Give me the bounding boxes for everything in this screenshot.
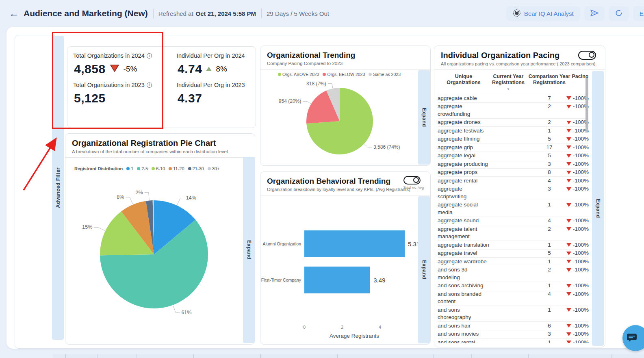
- comparison-year-cell: 2: [527, 119, 572, 127]
- pacing-cell: -100%: [572, 338, 589, 343]
- legend-item[interactable]: 30+: [208, 166, 220, 171]
- kpi-value: 4,858: [74, 62, 106, 76]
- total-vs-avg-toggle[interactable]: [403, 176, 421, 184]
- comparison-year-cell: 5: [527, 250, 572, 258]
- behavioral-expand-strip[interactable]: Expand: [418, 196, 430, 343]
- comparison-year-cell: 1: [527, 241, 572, 249]
- kpi-item: Individual Per Org in 20234.37: [177, 82, 258, 107]
- table-row: and sons movies3-100%: [438, 330, 589, 339]
- legend-item[interactable]: 6-10: [152, 166, 165, 171]
- registration-panel-title: Organizational Registration Pie Chart: [65, 134, 255, 148]
- table-row: aggregate crowdfunding2-100%: [438, 103, 589, 119]
- legend-dot: [188, 167, 191, 170]
- pie-data-label: 318 (7%): [306, 81, 326, 87]
- pacing-toggle[interactable]: [578, 51, 596, 60]
- current-year-cell: [490, 241, 527, 241]
- table-row: and sons branded content4-100%: [438, 290, 589, 306]
- ai-analyst-label: Bear IQ AI Analyst: [524, 10, 574, 17]
- pacing-table: Unique OrganizationsCurrent Year Registr…: [438, 71, 589, 343]
- column-header-label: Comparison Year Registrations: [529, 74, 570, 85]
- kpi-value-row: 5,125: [74, 91, 177, 105]
- pacing-down-icon: [566, 105, 571, 108]
- table-row: and sons archiving1-100%: [438, 282, 589, 291]
- pie-data-label: 2%: [136, 190, 143, 195]
- legend-item[interactable]: 11-20: [169, 166, 184, 171]
- bar-1[interactable]: [304, 230, 405, 257]
- pacing-down-icon: [566, 154, 571, 158]
- expand-label: Expand: [595, 199, 601, 218]
- org-name-cell: aggregate filming: [438, 135, 490, 143]
- current-year-cell: [490, 94, 527, 95]
- strip-divider: [65, 354, 66, 358]
- registration-legend: Registrant Distribution12-56-1011-2021-3…: [74, 166, 219, 171]
- table-row: aggregate social media1-100%: [438, 201, 589, 217]
- strip-divider: [97, 354, 98, 358]
- current-year-cell: [490, 217, 527, 217]
- org-name-cell: and sons rental: [438, 338, 490, 343]
- export-label: Export: [640, 10, 644, 17]
- pacing-expand-strip[interactable]: Expand: [592, 71, 604, 346]
- pie-data-label: 8%: [117, 194, 124, 200]
- x-axis-label: Average Registrants: [330, 333, 379, 339]
- kpi-label: Individual Per Org in 2023: [177, 82, 258, 88]
- registration-expand-strip[interactable]: Expand: [243, 157, 255, 343]
- kpi-delta: 8%: [216, 65, 227, 74]
- current-year-cell: [490, 258, 527, 258]
- legend-item[interactable]: 2-5: [137, 166, 148, 171]
- trending-panel-subtitle: Company Pacing Compared to 2023: [260, 60, 430, 69]
- org-name-cell: aggregate wardrobe: [438, 258, 490, 266]
- org-name-cell: aggregate talent management: [438, 225, 490, 241]
- pacing-cell: -100%: [572, 330, 589, 338]
- pie-label-line: [177, 198, 184, 205]
- kpi-label: Total Organizations in 2024i: [73, 52, 177, 59]
- strip-divider: [137, 354, 137, 358]
- comparison-year-cell: 4: [527, 290, 572, 298]
- legend-label: 1: [131, 166, 133, 171]
- table-row: aggregate props8-100%: [438, 169, 589, 177]
- pacing-value: -100%: [573, 322, 589, 330]
- sort-indicator-icon: ▼: [490, 86, 527, 92]
- export-button[interactable]: Export: [633, 6, 644, 21]
- column-header-1[interactable]: Unique Organizations: [438, 71, 490, 92]
- legend-title: Registrant Distribution: [74, 166, 123, 171]
- current-year-cell: [490, 290, 527, 291]
- advanced-filter-rail[interactable]: Advanced Filter: [52, 36, 64, 340]
- kpi-value-row: 4,858-5%: [74, 62, 177, 76]
- kpi-label-text: Total Organizations in 2024: [73, 52, 145, 59]
- pacing-down-icon: [566, 129, 571, 132]
- legend-dot: [126, 167, 130, 170]
- strip-divider: [193, 354, 194, 358]
- pacing-down-icon: [566, 341, 571, 343]
- refresh-button[interactable]: [609, 6, 629, 21]
- strip-divider: [471, 354, 472, 358]
- ai-analyst-button[interactable]: Bear IQ AI Analyst: [506, 6, 580, 21]
- legend-item[interactable]: 1: [126, 166, 133, 171]
- bar-2[interactable]: [304, 267, 370, 293]
- legend-label: 21-30: [193, 166, 204, 171]
- trending-expand-strip[interactable]: Expand: [418, 70, 430, 165]
- table-row: and sons rental1-100%: [438, 338, 589, 343]
- info-icon[interactable]: i: [147, 82, 152, 88]
- send-icon: [590, 9, 599, 18]
- pie-label-line: [126, 197, 132, 204]
- pacing-panel: Individual Organization Pacing All organ…: [434, 46, 605, 347]
- column-header-2[interactable]: Current Year Registrations▼: [490, 71, 527, 92]
- pacing-down-icon: [566, 187, 571, 191]
- chat-icon: [627, 333, 637, 343]
- table-row: aggregate filming5-100%: [438, 135, 589, 144]
- table-row: aggregate scriptwriting3-100%: [438, 185, 589, 201]
- scrollbar-thumb[interactable]: [585, 78, 588, 132]
- org-name-cell: aggregate scriptwriting: [438, 185, 490, 201]
- strip-divider: [260, 354, 261, 358]
- pacing-down-icon: [566, 227, 571, 231]
- info-icon[interactable]: i: [147, 53, 152, 59]
- strip-divider: [337, 354, 338, 358]
- back-button[interactable]: ←: [7, 6, 21, 21]
- legend-item[interactable]: 21-30: [188, 166, 204, 171]
- send-button[interactable]: [584, 6, 605, 21]
- pacing-scrollbar: [585, 73, 588, 321]
- org-name-cell: and sons branded content: [438, 290, 490, 306]
- comparison-year-cell: 1: [527, 127, 572, 135]
- column-header-3[interactable]: Comparison Year Registrations: [527, 71, 572, 92]
- comparison-year-cell: 3: [527, 160, 572, 168]
